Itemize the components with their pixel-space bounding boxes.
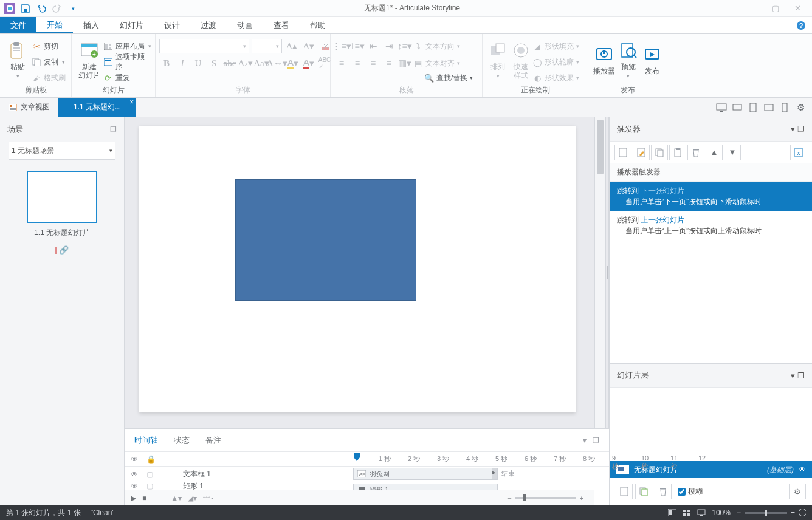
columns-button[interactable]: ▥▾ [397, 56, 412, 70]
shadow-button[interactable]: S [207, 56, 221, 70]
timeline-clip[interactable]: A=羽兔网▸ [353, 468, 498, 480]
trigger-item[interactable]: 跳转到 下一张幻灯片 当用户单击“下一页”按钮或向下滑动鼠标时 [610, 182, 812, 211]
sub-sup-button[interactable]: A₂▾ [238, 56, 253, 70]
visibility-header-icon[interactable]: 👁 [131, 455, 138, 464]
text-direction-button[interactable]: ⤵文本方向▾ [413, 39, 470, 53]
slide-canvas[interactable] [125, 117, 594, 428]
shape-outline-button[interactable]: ◯形状轮廓▾ [532, 55, 579, 69]
states-tab[interactable]: 状态 [174, 435, 190, 446]
shape-effects-button[interactable]: ◐形状效果▾ [532, 70, 579, 85]
decrease-font-button[interactable]: A▾ [301, 39, 316, 53]
highlight-button[interactable]: A▾ [286, 56, 300, 70]
outdent-button[interactable]: ⇤ [366, 39, 380, 53]
indent-button[interactable]: ⇥ [382, 39, 396, 53]
panel-splitter[interactable] [605, 117, 609, 428]
clip-handle[interactable]: ▸ [492, 468, 497, 479]
trigger-up-button[interactable]: ▲ [706, 145, 723, 160]
device-tablet-portrait-icon[interactable] [746, 101, 760, 114]
tab-animation[interactable]: 动画 [227, 17, 263, 33]
trigger-edit-button[interactable] [633, 145, 650, 160]
layer-settings-button[interactable]: ⚙ [789, 484, 806, 499]
doc-tab-article[interactable]: 文章视图 [0, 98, 58, 117]
align-center-button[interactable]: ≡ [350, 56, 365, 70]
vertical-scrollbar[interactable] [594, 117, 605, 428]
trigger-vars-button[interactable]: x [790, 145, 807, 160]
keyframe-tool3-icon[interactable]: 〰▾ [203, 494, 214, 502]
tab-file[interactable]: 文件 [0, 17, 36, 33]
shape-fill-button[interactable]: ◢形状填充▾ [532, 39, 579, 53]
eye-icon[interactable]: 👁 [131, 470, 140, 479]
preview-button[interactable]: 预览▾ [617, 36, 641, 84]
panel-restore-icon[interactable]: ❐ [110, 125, 117, 134]
layer-delete-button[interactable] [655, 484, 672, 499]
font-color-button[interactable]: A▾ [301, 56, 316, 70]
qat-save-icon[interactable] [18, 1, 33, 16]
timeline-tab[interactable]: 时间轴 [134, 435, 158, 446]
strike-button[interactable]: abc [222, 56, 237, 70]
font-size-combo[interactable]: ▾ [252, 39, 282, 53]
format-painter-button[interactable]: 🖌格式刷 [32, 70, 66, 85]
playhead-icon[interactable] [353, 452, 360, 465]
scene-select[interactable]: 1 无标题场景▾ [9, 142, 115, 160]
doc-tab-slide[interactable]: 1.1 无标题幻...✕ [58, 98, 136, 117]
help-icon[interactable]: ? [796, 17, 806, 33]
tab-view[interactable]: 查看 [263, 17, 300, 33]
tab-insert[interactable]: 插入 [73, 17, 109, 33]
tab-help[interactable]: 帮助 [300, 17, 336, 33]
find-replace-button[interactable]: 🔍查找/替换▾ [424, 70, 481, 85]
timeline-menu-icon[interactable]: ▾ [583, 436, 587, 445]
device-desktop-icon[interactable] [715, 101, 728, 114]
view-preview-icon[interactable] [697, 509, 706, 516]
play-button[interactable]: ▶ [131, 494, 136, 502]
view-sorter-icon[interactable] [683, 509, 691, 516]
trigger-new-button[interactable] [614, 145, 631, 160]
paste-button[interactable]: 粘贴▾ [4, 36, 32, 84]
triggers-menu-icon[interactable]: ▾ [791, 125, 795, 134]
slide-thumbnail[interactable] [27, 171, 97, 223]
settings-gear-icon[interactable]: ⚙ [794, 101, 807, 114]
new-slide-button[interactable]: + 新建 幻灯片 [75, 36, 103, 84]
bold-button[interactable]: B [159, 56, 174, 70]
italic-button[interactable]: I [175, 56, 190, 70]
qat-undo-icon[interactable] [34, 1, 49, 16]
align-right-button[interactable]: ≡ [366, 56, 380, 70]
stop-button[interactable]: ■ [142, 494, 146, 502]
tl-zoom-in-icon[interactable]: + [580, 494, 583, 502]
lock-header-icon[interactable]: 🔒 [146, 455, 156, 464]
tl-zoom-slider[interactable] [515, 497, 576, 499]
arrange-button[interactable]: 排列▾ [486, 36, 509, 84]
zoom-out-icon[interactable]: − [737, 508, 741, 517]
layers-menu-icon[interactable]: ▾ [791, 371, 795, 380]
minimize-icon[interactable]: — [744, 4, 763, 13]
tab-order-button[interactable]: 选项卡顺序 [103, 55, 151, 69]
notes-tab[interactable]: 备注 [205, 435, 221, 446]
line-spacing-button[interactable]: ↕≡▾ [397, 39, 412, 53]
tab-home[interactable]: 开始 [36, 17, 73, 33]
font-family-combo[interactable]: ▾ [159, 39, 249, 53]
keyframe-tool2-icon[interactable]: ◢▾ [188, 494, 197, 502]
slide-surface[interactable] [139, 126, 576, 412]
numbering-button[interactable]: 1≡▾ [350, 39, 365, 53]
layer-new-button[interactable] [616, 484, 633, 499]
spellcheck-icon[interactable]: ABC✓ [317, 56, 332, 70]
bullets-button[interactable]: ⋮≡▾ [334, 39, 349, 53]
timeline-ruler[interactable]: 1 秒 2 秒 3 秒 4 秒 5 秒 6 秒 7 秒 8 秒 9 秒 10 秒… [353, 452, 609, 466]
tab-transition[interactable]: 过渡 [190, 17, 227, 33]
layer-visible-icon[interactable]: 👁 [799, 465, 806, 474]
char-spacing-button[interactable]: A↔▾ [270, 56, 284, 70]
layers-restore-icon[interactable]: ❐ [797, 371, 805, 380]
trigger-delete-button[interactable] [687, 145, 704, 160]
close-icon[interactable]: ✕ [788, 4, 807, 13]
zoom-slider[interactable] [745, 512, 787, 514]
trigger-copy-button[interactable] [651, 145, 668, 160]
tab-design[interactable]: 设计 [154, 17, 190, 33]
trigger-paste-button[interactable] [669, 145, 686, 160]
triggers-restore-icon[interactable]: ❐ [797, 125, 805, 134]
reset-button[interactable]: ⟳重复 [103, 70, 151, 85]
blur-checkbox[interactable]: 模糊 [678, 487, 703, 497]
copy-button[interactable]: 复制▾ [32, 55, 66, 69]
zoom-controls[interactable]: −+⛶ [737, 508, 806, 517]
trigger-item[interactable]: 跳转到 上一张幻灯片 当用户单击“上一页”按钮或向上滑动鼠标时 [610, 211, 812, 240]
quick-styles-button[interactable]: 快速 样式 [509, 36, 532, 84]
player-button[interactable]: 播放器 [592, 36, 617, 84]
